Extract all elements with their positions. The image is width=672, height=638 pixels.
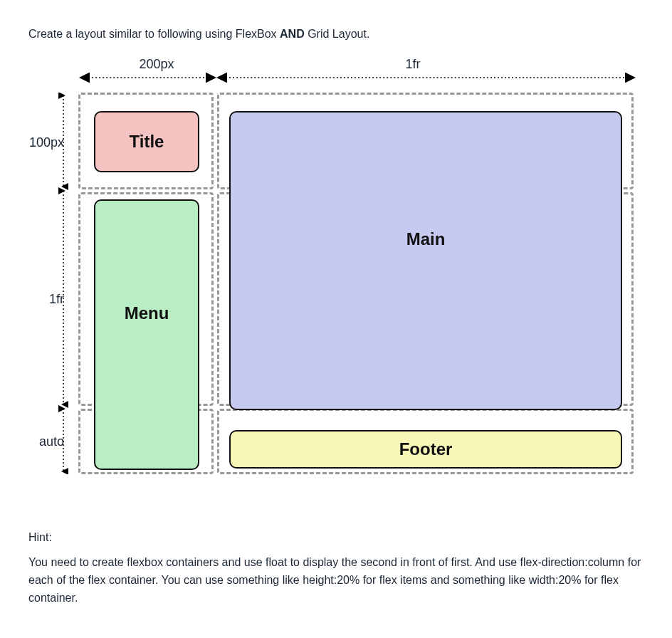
row-label-2: 1fr <box>21 292 64 307</box>
area-menu-label: Menu <box>125 303 169 323</box>
area-title-box: Title <box>94 111 199 172</box>
layout-diagram: 200px 1fr 100px 1fr auto <box>71 85 644 481</box>
instruction-paragraph: Create a layout similar to following usi… <box>28 26 644 43</box>
instruction-text-after: Grid Layout. <box>305 28 370 40</box>
instruction-bold-and: AND <box>280 28 305 40</box>
row-label-1: 100px <box>21 135 64 150</box>
col-label-2: 1fr <box>377 57 448 72</box>
area-main-label: Main <box>406 229 446 249</box>
area-footer-box: Footer <box>229 430 622 469</box>
area-title-label: Title <box>130 132 164 152</box>
hint-heading: Hint: <box>28 531 644 544</box>
hint-body: You need to create flexbox containers an… <box>28 554 644 607</box>
col-label-1: 200px <box>114 57 199 72</box>
instruction-text-before: Create a layout similar to following usi… <box>28 28 280 40</box>
area-footer-label: Footer <box>399 439 453 459</box>
area-menu-box: Menu <box>94 199 199 470</box>
area-main-box: Main <box>229 111 622 410</box>
row-label-3: auto <box>21 434 64 449</box>
top-dimension-line <box>78 73 636 83</box>
left-dimension-line <box>58 93 68 474</box>
